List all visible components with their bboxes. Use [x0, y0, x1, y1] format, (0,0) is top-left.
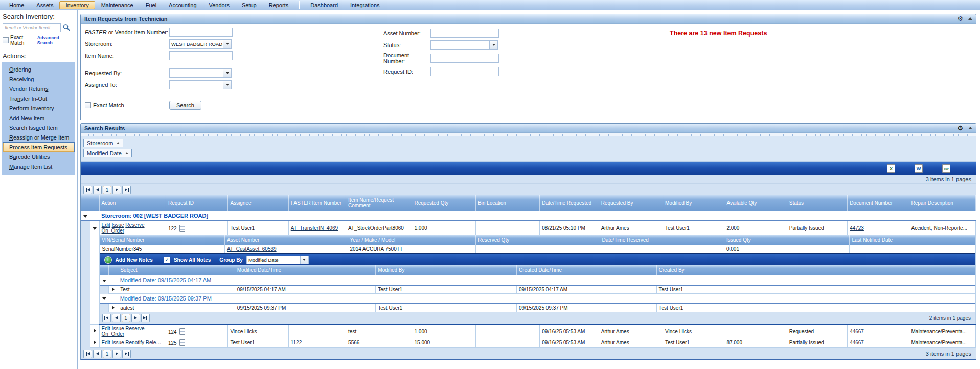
- advanced-search-link[interactable]: Advanced Search: [37, 35, 75, 45]
- col-status[interactable]: Status: [787, 195, 847, 211]
- edit-link[interactable]: Edit: [102, 326, 110, 331]
- action-ordering[interactable]: Ordering: [3, 65, 74, 74]
- sidebar-exact-match-checkbox[interactable]: [3, 37, 9, 43]
- col-available-qty[interactable]: Available Qty: [724, 195, 787, 211]
- nav-dashboard[interactable]: Dashboard: [304, 1, 344, 9]
- action-perform-inventory[interactable]: Perform Inventory: [3, 104, 74, 113]
- document-number-link[interactable]: 44667: [850, 329, 864, 334]
- inventory-search-input[interactable]: [3, 23, 61, 32]
- edit-link[interactable]: Edit: [102, 340, 110, 345]
- nav-reports[interactable]: Reports: [263, 1, 295, 9]
- prev-page-button[interactable]: [93, 350, 102, 358]
- next-page-button[interactable]: [112, 350, 121, 358]
- assigned-to-select[interactable]: [169, 80, 232, 89]
- faster-item-number-input[interactable]: [169, 28, 233, 37]
- issue-link[interactable]: Issue: [112, 222, 124, 228]
- add-new-notes-button[interactable]: Add New Notes: [116, 257, 153, 263]
- nav-accounting[interactable]: Accounting: [163, 1, 202, 9]
- col-reserved-qty[interactable]: Reserved Qty: [476, 235, 600, 245]
- export-excel-icon[interactable]: X: [887, 164, 895, 173]
- notes-group-by-select[interactable]: Modified Date: [246, 256, 309, 264]
- prev-page-button[interactable]: [112, 314, 121, 322]
- next-page-button[interactable]: [131, 314, 140, 322]
- group-chip-storeroom[interactable]: Storeroom: [83, 139, 123, 147]
- col-requested-qty[interactable]: Requested Qty: [412, 195, 475, 211]
- nav-fuel[interactable]: Fuel: [140, 1, 163, 9]
- form-exact-match-checkbox[interactable]: [85, 102, 91, 108]
- col-action[interactable]: Action: [99, 195, 166, 211]
- action-barcode-utilities[interactable]: Barcode Utilities: [3, 152, 74, 162]
- collapse-panel-icon[interactable]: [968, 17, 972, 20]
- col-assignee[interactable]: Assignee: [228, 195, 288, 211]
- renotify-link[interactable]: Renotify: [125, 340, 144, 345]
- nav-vendors[interactable]: Vendors: [203, 1, 236, 9]
- col-faster-item-number[interactable]: FASTER Item Number: [288, 195, 346, 211]
- action-manage-item-list[interactable]: Manage Item List: [3, 162, 74, 171]
- action-add-new-item[interactable]: Add New Item: [3, 113, 74, 123]
- last-page-button[interactable]: [122, 350, 131, 358]
- release-link[interactable]: Release: [146, 340, 165, 345]
- first-page-button[interactable]: [102, 314, 111, 322]
- collapse-group-icon[interactable]: [102, 280, 106, 282]
- next-page-button[interactable]: [112, 186, 121, 194]
- col-document-number[interactable]: Document Number: [848, 195, 909, 211]
- col-issued-qty[interactable]: Issued Qty: [724, 235, 849, 245]
- note-icon[interactable]: [179, 225, 185, 232]
- expand-row-icon[interactable]: [94, 340, 96, 344]
- expand-note-icon[interactable]: [112, 287, 115, 291]
- note-icon[interactable]: [179, 339, 185, 346]
- item-name-input[interactable]: [169, 51, 233, 60]
- faster-item-link[interactable]: AT_TransferIN_4069: [291, 225, 338, 231]
- col-year-make-model[interactable]: Year / Make / Model: [348, 235, 475, 245]
- col-bin-location[interactable]: Bin Location: [475, 195, 539, 211]
- col-repair-description[interactable]: Repair Description: [909, 195, 976, 211]
- reserve-link[interactable]: Reserve: [125, 326, 144, 331]
- edit-link[interactable]: Edit: [102, 222, 110, 228]
- nav-inventory[interactable]: Inventory: [59, 1, 95, 9]
- document-number-input[interactable]: [430, 54, 499, 63]
- faster-item-link[interactable]: 1122: [291, 340, 302, 345]
- col-request-id[interactable]: Request ID: [166, 195, 228, 211]
- action-receiving[interactable]: Receiving: [3, 75, 74, 84]
- collapse-group-icon[interactable]: [102, 297, 106, 300]
- search-icon[interactable]: [62, 24, 71, 32]
- col-subject[interactable]: Subject: [118, 265, 235, 275]
- collapse-row-icon[interactable]: [93, 227, 97, 230]
- request-id-input[interactable]: [430, 67, 499, 76]
- group-chip-modified-date[interactable]: Modified Date: [83, 149, 132, 157]
- col-created-by[interactable]: Created By: [656, 265, 975, 275]
- collapse-group-icon[interactable]: [83, 215, 87, 218]
- page-1-button[interactable]: 1: [103, 186, 111, 194]
- nav-maintenance[interactable]: Maintenance: [95, 1, 140, 9]
- col-date-time-requested[interactable]: Date/Time Requested: [540, 195, 599, 211]
- prev-page-button[interactable]: [93, 186, 102, 194]
- col-modified-by[interactable]: Modified By: [663, 195, 724, 211]
- export-word-icon[interactable]: W: [915, 164, 923, 173]
- action-transfer-in-out[interactable]: Transfer In-Out: [3, 94, 74, 103]
- add-icon[interactable]: +: [104, 256, 112, 264]
- col-vin-serial[interactable]: VIN/Serial Number: [100, 235, 224, 245]
- action-process-item-requests[interactable]: Process Item Requests: [3, 143, 74, 152]
- issue-link[interactable]: Issue: [112, 326, 124, 331]
- gear-icon[interactable]: ⚙: [957, 125, 963, 131]
- action-reassign-or-merge-item[interactable]: Reassign or Merge Item: [3, 133, 74, 142]
- nav-assets[interactable]: Assets: [30, 1, 59, 9]
- col-asset-number[interactable]: Asset Number: [225, 235, 348, 245]
- gear-icon[interactable]: ⚙: [957, 15, 963, 22]
- action-search-issued-item[interactable]: Search Issued Item: [3, 123, 74, 132]
- status-select[interactable]: [430, 40, 498, 50]
- expand-row-icon[interactable]: [94, 329, 96, 333]
- page-1-button[interactable]: 1: [103, 350, 111, 358]
- col-note-modified-by[interactable]: Modified By: [376, 265, 517, 275]
- storeroom-select[interactable]: WEST BADGER ROAD [0: [169, 39, 232, 49]
- first-page-button[interactable]: [83, 350, 92, 358]
- asset-number-input[interactable]: [430, 29, 499, 38]
- issue-link[interactable]: Issue: [112, 340, 124, 345]
- asset-number-link[interactable]: AT_CustAsset_60539: [227, 246, 277, 252]
- col-date-time-reserved[interactable]: Date/Time Reserved: [600, 235, 724, 245]
- col-modified-datetime[interactable]: Modified Date/Time: [235, 265, 376, 275]
- expand-note-icon[interactable]: [112, 306, 115, 310]
- col-requested-by[interactable]: Requested By: [599, 195, 663, 211]
- nav-home[interactable]: Home: [3, 1, 30, 9]
- note-icon[interactable]: [179, 328, 185, 335]
